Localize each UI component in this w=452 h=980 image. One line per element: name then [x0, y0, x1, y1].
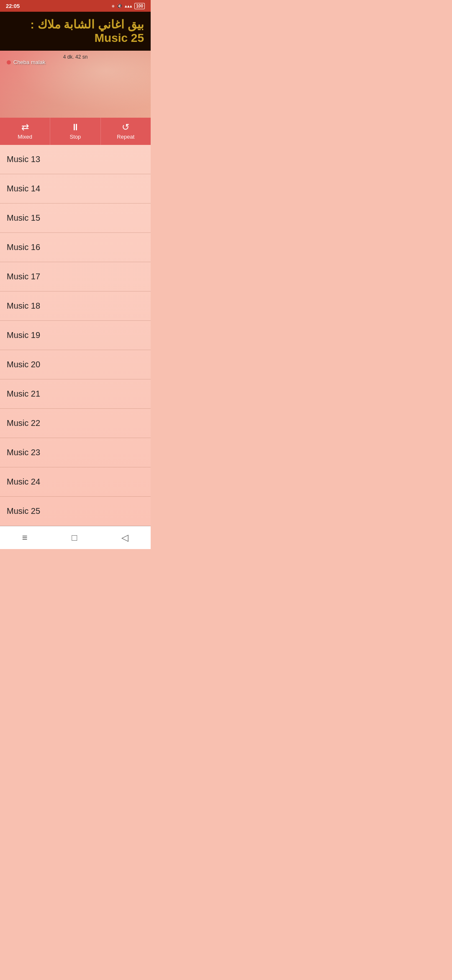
- list-item[interactable]: Music 20: [0, 350, 151, 379]
- bluetooth-icon: ⎈: [112, 3, 115, 8]
- back-icon[interactable]: ◁: [113, 531, 137, 545]
- list-item[interactable]: Music 17: [0, 262, 151, 291]
- status-time: 22:05: [6, 3, 20, 9]
- duration-label: 4 dk. 42 sn: [63, 54, 88, 60]
- music-item-title: Music 15: [7, 213, 40, 223]
- music-item-title: Music 22: [7, 418, 40, 428]
- music-item-title: Music 17: [7, 272, 40, 281]
- player-background: 4 dk. 42 sn Cheba malak: [0, 51, 151, 118]
- stop-button[interactable]: ⏸ Stop: [50, 118, 100, 145]
- music-item-title: Music 21: [7, 389, 40, 399]
- status-bar: 22:05 ⎈ 🔇 ▴▴▴ 100: [0, 0, 151, 12]
- list-item[interactable]: Music 23: [0, 438, 151, 467]
- music-item-title: Music 25: [7, 506, 40, 516]
- status-icons: ⎈ 🔇 ▴▴▴ 100: [112, 3, 145, 9]
- home-icon[interactable]: □: [63, 531, 85, 545]
- repeat-icon: ↺: [122, 123, 129, 132]
- list-item[interactable]: Music 15: [0, 204, 151, 233]
- shuffle-button[interactable]: ⇄ Mixed: [0, 118, 50, 145]
- list-item[interactable]: Music 24: [0, 467, 151, 497]
- repeat-label: Repeat: [117, 134, 134, 140]
- list-item[interactable]: Music 22: [0, 409, 151, 438]
- music-item-title: Music 24: [7, 477, 40, 487]
- list-item[interactable]: Music 19: [0, 321, 151, 350]
- app-title: بيق اغاني الشابة ملاك : Music 25: [7, 18, 144, 45]
- artist-label-container: Cheba malak: [7, 59, 46, 65]
- app-header: بيق اغاني الشابة ملاك : Music 25: [0, 12, 151, 51]
- music-list: Music 13Music 14Music 15Music 16Music 17…: [0, 145, 151, 526]
- list-item[interactable]: Music 25: [0, 497, 151, 526]
- list-item[interactable]: Music 18: [0, 291, 151, 321]
- artist-name: Cheba malak: [13, 59, 46, 65]
- list-item[interactable]: Music 13: [0, 145, 151, 174]
- nav-bar: ≡ □ ◁: [0, 526, 151, 549]
- pause-icon: ⏸: [71, 123, 80, 132]
- music-item-title: Music 18: [7, 301, 40, 311]
- repeat-button[interactable]: ↺ Repeat: [100, 118, 151, 145]
- playing-dot-indicator: [7, 60, 11, 64]
- list-item[interactable]: Music 21: [0, 379, 151, 409]
- music-item-title: Music 13: [7, 155, 40, 164]
- music-item-title: Music 20: [7, 360, 40, 369]
- stop-label: Stop: [70, 134, 81, 140]
- list-item[interactable]: Music 16: [0, 233, 151, 262]
- music-item-title: Music 16: [7, 242, 40, 252]
- controls-row: ⇄ Mixed ⏸ Stop ↺ Repeat: [0, 118, 151, 145]
- menu-icon[interactable]: ≡: [14, 531, 36, 545]
- player-section: 4 dk. 42 sn Cheba malak ⇄ Mixed ⏸ Stop ↺…: [0, 51, 151, 145]
- music-item-title: Music 23: [7, 448, 40, 457]
- shuffle-icon: ⇄: [21, 123, 29, 132]
- music-item-title: Music 14: [7, 184, 40, 193]
- battery-icon: 100: [134, 3, 145, 9]
- mute-icon: 🔇: [117, 3, 123, 9]
- signal-icon: ▴▴▴: [125, 3, 132, 9]
- music-item-title: Music 19: [7, 330, 40, 340]
- shuffle-label: Mixed: [18, 134, 32, 140]
- list-item[interactable]: Music 14: [0, 174, 151, 204]
